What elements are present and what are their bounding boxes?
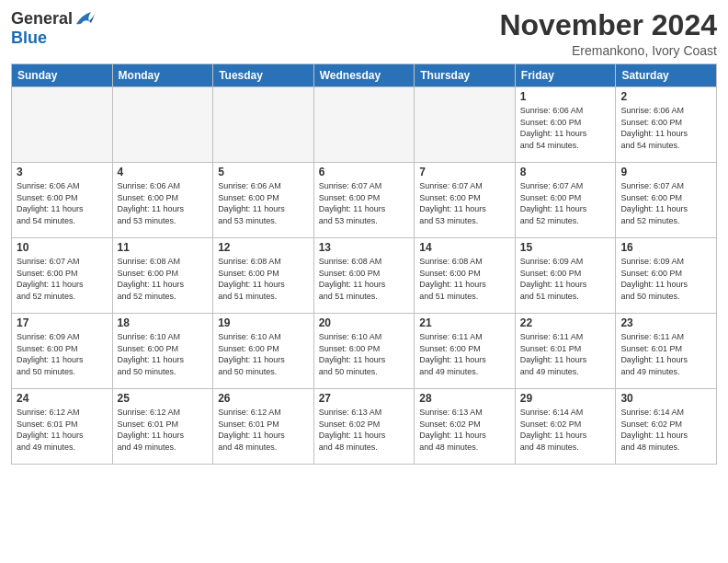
calendar-table: Sunday Monday Tuesday Wednesday Thursday… — [11, 63, 717, 465]
day-number: 18 — [118, 316, 209, 329]
day-number: 19 — [218, 316, 309, 329]
header-wednesday: Wednesday — [313, 64, 415, 87]
logo: General Blue — [11, 9, 95, 48]
day-number: 13 — [319, 241, 410, 254]
table-row: 30Sunrise: 6:14 AM Sunset: 6:02 PM Dayli… — [616, 389, 717, 465]
day-info: Sunrise: 6:06 AM Sunset: 6:00 PM Dayligh… — [17, 180, 108, 226]
day-number: 23 — [620, 316, 711, 329]
day-number: 3 — [17, 166, 108, 178]
table-row: 10Sunrise: 6:07 AM Sunset: 6:00 PM Dayli… — [12, 238, 113, 314]
day-info: Sunrise: 6:10 AM Sunset: 6:00 PM Dayligh… — [319, 331, 410, 377]
day-info: Sunrise: 6:11 AM Sunset: 6:01 PM Dayligh… — [520, 331, 611, 377]
day-number: 11 — [118, 241, 209, 254]
day-number: 16 — [620, 241, 711, 254]
day-number: 28 — [419, 392, 510, 405]
logo-general-text: General — [11, 9, 73, 29]
day-info: Sunrise: 6:08 AM Sunset: 6:00 PM Dayligh… — [218, 256, 309, 302]
logo-blue-text: Blue — [11, 29, 47, 48]
day-number: 25 — [118, 392, 209, 405]
logo-bird-icon — [74, 10, 95, 29]
title-section: November 2024 Eremankono, Ivory Coast — [499, 9, 717, 58]
calendar-week-row: 17Sunrise: 6:09 AM Sunset: 6:00 PM Dayli… — [12, 314, 717, 389]
table-row — [112, 87, 213, 163]
table-row: 19Sunrise: 6:10 AM Sunset: 6:00 PM Dayli… — [213, 314, 314, 389]
day-info: Sunrise: 6:14 AM Sunset: 6:02 PM Dayligh… — [520, 407, 611, 453]
table-row: 5Sunrise: 6:06 AM Sunset: 6:00 PM Daylig… — [213, 163, 314, 238]
day-number: 1 — [520, 90, 611, 103]
header: General Blue November 2024 Eremankono, I… — [11, 9, 717, 58]
calendar-week-row: 24Sunrise: 6:12 AM Sunset: 6:01 PM Dayli… — [12, 389, 717, 465]
day-info: Sunrise: 6:08 AM Sunset: 6:00 PM Dayligh… — [319, 256, 410, 302]
day-info: Sunrise: 6:07 AM Sunset: 6:00 PM Dayligh… — [520, 180, 611, 226]
day-number: 5 — [218, 166, 309, 178]
calendar-week-row: 10Sunrise: 6:07 AM Sunset: 6:00 PM Dayli… — [12, 238, 717, 314]
day-info: Sunrise: 6:10 AM Sunset: 6:00 PM Dayligh… — [118, 331, 209, 377]
day-number: 30 — [620, 392, 711, 405]
day-number: 15 — [520, 241, 611, 254]
table-row: 8Sunrise: 6:07 AM Sunset: 6:00 PM Daylig… — [515, 163, 616, 238]
table-row: 7Sunrise: 6:07 AM Sunset: 6:00 PM Daylig… — [415, 163, 516, 238]
calendar-week-row: 1Sunrise: 6:06 AM Sunset: 6:00 PM Daylig… — [12, 87, 717, 163]
calendar-header-row: Sunday Monday Tuesday Wednesday Thursday… — [12, 64, 717, 87]
table-row: 23Sunrise: 6:11 AM Sunset: 6:01 PM Dayli… — [616, 314, 717, 389]
table-row: 3Sunrise: 6:06 AM Sunset: 6:00 PM Daylig… — [12, 163, 113, 238]
day-info: Sunrise: 6:06 AM Sunset: 6:00 PM Dayligh… — [620, 105, 711, 151]
day-number: 26 — [218, 392, 309, 405]
header-friday: Friday — [515, 64, 616, 87]
table-row: 13Sunrise: 6:08 AM Sunset: 6:00 PM Dayli… — [313, 238, 415, 314]
header-tuesday: Tuesday — [213, 64, 314, 87]
month-title: November 2024 — [499, 9, 717, 41]
table-row: 26Sunrise: 6:12 AM Sunset: 6:01 PM Dayli… — [213, 389, 314, 465]
table-row: 21Sunrise: 6:11 AM Sunset: 6:00 PM Dayli… — [415, 314, 516, 389]
day-number: 27 — [319, 392, 410, 405]
day-number: 17 — [17, 316, 108, 329]
table-row — [12, 87, 113, 163]
day-info: Sunrise: 6:07 AM Sunset: 6:00 PM Dayligh… — [17, 256, 108, 302]
day-info: Sunrise: 6:09 AM Sunset: 6:00 PM Dayligh… — [620, 256, 711, 302]
day-number: 20 — [319, 316, 410, 329]
day-number: 8 — [520, 166, 611, 178]
day-info: Sunrise: 6:13 AM Sunset: 6:02 PM Dayligh… — [319, 407, 410, 453]
table-row: 29Sunrise: 6:14 AM Sunset: 6:02 PM Dayli… — [515, 389, 616, 465]
day-info: Sunrise: 6:11 AM Sunset: 6:00 PM Dayligh… — [419, 331, 510, 377]
day-info: Sunrise: 6:06 AM Sunset: 6:00 PM Dayligh… — [218, 180, 309, 226]
table-row: 6Sunrise: 6:07 AM Sunset: 6:00 PM Daylig… — [313, 163, 415, 238]
day-number: 7 — [419, 166, 510, 178]
day-number: 9 — [620, 166, 711, 178]
table-row — [415, 87, 516, 163]
header-saturday: Saturday — [616, 64, 717, 87]
table-row: 1Sunrise: 6:06 AM Sunset: 6:00 PM Daylig… — [515, 87, 616, 163]
day-info: Sunrise: 6:10 AM Sunset: 6:00 PM Dayligh… — [218, 331, 309, 377]
table-row: 22Sunrise: 6:11 AM Sunset: 6:01 PM Dayli… — [515, 314, 616, 389]
day-number: 24 — [17, 392, 108, 405]
table-row: 15Sunrise: 6:09 AM Sunset: 6:00 PM Dayli… — [515, 238, 616, 314]
table-row — [213, 87, 314, 163]
day-number: 2 — [620, 90, 711, 103]
day-info: Sunrise: 6:06 AM Sunset: 6:00 PM Dayligh… — [520, 105, 611, 151]
table-row — [313, 87, 415, 163]
table-row: 2Sunrise: 6:06 AM Sunset: 6:00 PM Daylig… — [616, 87, 717, 163]
table-row: 18Sunrise: 6:10 AM Sunset: 6:00 PM Dayli… — [112, 314, 213, 389]
table-row: 16Sunrise: 6:09 AM Sunset: 6:00 PM Dayli… — [616, 238, 717, 314]
day-number: 21 — [419, 316, 510, 329]
day-number: 12 — [218, 241, 309, 254]
day-number: 22 — [520, 316, 611, 329]
day-info: Sunrise: 6:08 AM Sunset: 6:00 PM Dayligh… — [419, 256, 510, 302]
day-info: Sunrise: 6:12 AM Sunset: 6:01 PM Dayligh… — [17, 407, 108, 453]
header-monday: Monday — [112, 64, 213, 87]
table-row: 27Sunrise: 6:13 AM Sunset: 6:02 PM Dayli… — [313, 389, 415, 465]
day-info: Sunrise: 6:08 AM Sunset: 6:00 PM Dayligh… — [118, 256, 209, 302]
day-info: Sunrise: 6:09 AM Sunset: 6:00 PM Dayligh… — [520, 256, 611, 302]
day-info: Sunrise: 6:07 AM Sunset: 6:00 PM Dayligh… — [319, 180, 410, 226]
day-number: 4 — [118, 166, 209, 178]
day-info: Sunrise: 6:07 AM Sunset: 6:00 PM Dayligh… — [419, 180, 510, 226]
table-row: 25Sunrise: 6:12 AM Sunset: 6:01 PM Dayli… — [112, 389, 213, 465]
table-row: 17Sunrise: 6:09 AM Sunset: 6:00 PM Dayli… — [12, 314, 113, 389]
day-number: 14 — [419, 241, 510, 254]
header-thursday: Thursday — [415, 64, 516, 87]
table-row: 12Sunrise: 6:08 AM Sunset: 6:00 PM Dayli… — [213, 238, 314, 314]
page: General Blue November 2024 Eremankono, I… — [0, 0, 728, 563]
day-info: Sunrise: 6:07 AM Sunset: 6:00 PM Dayligh… — [620, 180, 711, 226]
day-number: 10 — [17, 241, 108, 254]
day-info: Sunrise: 6:12 AM Sunset: 6:01 PM Dayligh… — [118, 407, 209, 453]
